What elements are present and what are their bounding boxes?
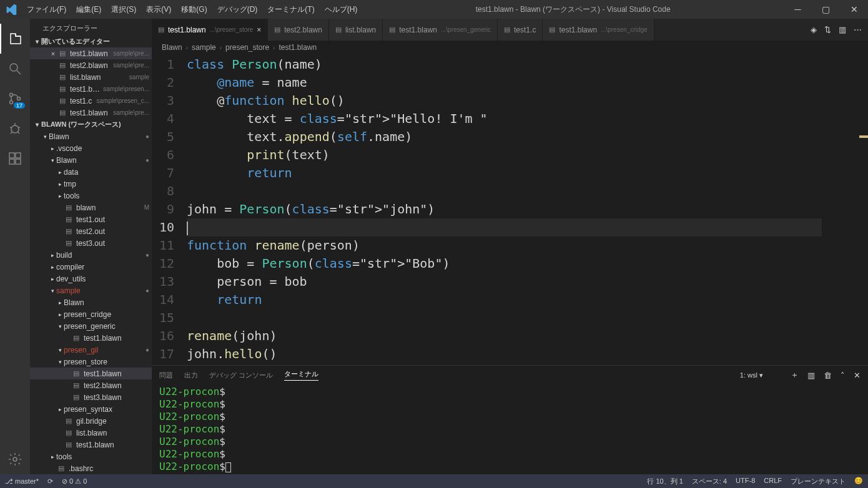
explorer-icon[interactable] <box>0 24 30 54</box>
minimize-button[interactable]: ─ <box>784 0 812 19</box>
code-line[interactable]: print(text) <box>187 146 822 164</box>
split-icon[interactable]: ⇅ <box>824 25 831 34</box>
code-line[interactable] <box>187 309 822 327</box>
extensions-icon[interactable] <box>0 144 30 173</box>
code-line[interactable]: @name = name <box>187 74 822 92</box>
code-line[interactable]: return <box>187 291 822 309</box>
tree-folder[interactable]: ▸presen_syntax <box>30 403 152 415</box>
menu-item[interactable]: 表示(V) <box>141 4 176 15</box>
menu-item[interactable]: ファイル(F) <box>22 4 71 15</box>
editor-tab[interactable]: ▤test2.blawn <box>268 19 329 41</box>
tree-file[interactable]: ▤list.blawn <box>30 427 152 439</box>
breadcrumb-segment[interactable]: sample <box>192 43 216 52</box>
tree-folder[interactable]: ▾Blawn● <box>30 130 152 142</box>
code-line[interactable]: john = Person(class="str">"john") <box>187 200 822 218</box>
minimap[interactable] <box>822 54 859 365</box>
menu-item[interactable]: デバッグ(D) <box>212 4 263 15</box>
code-line[interactable]: john.hello() <box>187 345 822 363</box>
tree-file[interactable]: ▤test1.blawn <box>30 439 152 451</box>
code-line[interactable]: text.append(self.name) <box>187 128 822 146</box>
open-editor-item[interactable]: ▤test1.blawnsample\presen... <box>30 83 152 95</box>
panel-tab[interactable]: デバッグ コンソール <box>209 371 273 380</box>
editor-tab[interactable]: ▤test1.blawn...\presen_store× <box>152 19 268 41</box>
code-line[interactable]: class Person(name) <box>187 56 822 74</box>
breadcrumb-segment[interactable]: presen_store <box>225 43 269 52</box>
tree-file[interactable]: ▤test2.out <box>30 225 152 237</box>
tree-folder[interactable]: ▾presen_gil● <box>30 344 152 356</box>
open-editor-item[interactable]: ▤list.blawnsample <box>30 71 152 83</box>
code-line[interactable]: function rename(person) <box>187 237 822 255</box>
tree-folder[interactable]: ▸.vscode <box>30 142 152 154</box>
tree-folder[interactable]: ▸Blawn <box>30 296 152 308</box>
code-line[interactable]: text = class="str">"Hello! I'm " <box>187 110 822 128</box>
tree-folder[interactable]: ▸tools <box>30 451 152 462</box>
code-line[interactable] <box>187 218 822 237</box>
tree-file[interactable]: ▤test3.out <box>30 237 152 249</box>
close-panel-icon[interactable]: ✕ <box>854 371 861 380</box>
panel-tab[interactable]: 出力 <box>184 371 198 380</box>
tree-file[interactable]: ▤gil.bridge <box>30 415 152 427</box>
layout-icon[interactable]: ▥ <box>839 25 846 34</box>
workspace-header[interactable]: ▾ BLAWN (ワークスペース) <box>30 119 152 130</box>
tree-folder[interactable]: ▾presen_store <box>30 356 152 368</box>
open-editor-item[interactable]: ×▤test1.blawnsample\pre... <box>30 47 152 59</box>
code-line[interactable]: return <box>187 164 822 182</box>
trash-icon[interactable]: 🗑 <box>824 371 832 380</box>
menu-item[interactable]: 編集(E) <box>71 4 106 15</box>
menu-item[interactable]: 移動(G) <box>176 4 212 15</box>
breadcrumb-segment[interactable]: test1.blawn <box>279 43 317 52</box>
code-line[interactable] <box>187 182 822 200</box>
tree-folder[interactable]: ▸compiler <box>30 261 152 273</box>
overview-ruler[interactable] <box>859 54 868 365</box>
debug-icon[interactable] <box>0 114 30 144</box>
scm-icon[interactable]: 17 <box>0 84 30 114</box>
tree-file[interactable]: ▤test2.blawn <box>30 379 152 391</box>
maximize-button[interactable]: ▢ <box>812 0 840 19</box>
editor-tab[interactable]: ▤test1.blawn...\presen_cridge <box>543 19 654 41</box>
open-editor-item[interactable]: ▤test1.blawnsample\pre... <box>30 107 152 119</box>
more-icon[interactable]: ⋯ <box>854 25 862 34</box>
panel-tab[interactable]: ターミナル <box>284 369 318 381</box>
tree-folder[interactable]: ▸presen_cridge <box>30 308 152 320</box>
tree-file[interactable]: ▤blawnM <box>30 202 152 213</box>
status-item[interactable]: スペース: 4 <box>692 477 727 486</box>
tree-folder[interactable]: ▾presen_generic <box>30 320 152 332</box>
tree-folder[interactable]: ▾sample● <box>30 285 152 296</box>
tree-file[interactable]: ▤test1.blawn <box>30 368 152 379</box>
tree-file[interactable]: ▤test1.blawn <box>30 332 152 344</box>
editor-tab[interactable]: ▤test1.c <box>498 19 543 41</box>
status-item[interactable]: ⎇ master* <box>5 477 39 486</box>
open-editors-header[interactable]: ▾ 開いているエディター <box>30 36 152 47</box>
tree-folder[interactable]: ▸tools <box>30 190 152 202</box>
close-icon[interactable]: × <box>257 26 261 34</box>
editor-tab[interactable]: ▤list.blawn <box>329 19 383 41</box>
split-terminal-icon[interactable]: ▥ <box>807 371 815 380</box>
menu-item[interactable]: ターミナル(T) <box>262 4 319 15</box>
tree-folder[interactable]: ▸tmp <box>30 178 152 190</box>
tree-folder[interactable]: ▸data <box>30 166 152 178</box>
terminal[interactable]: U22-procon$U22-procon$U22-procon$U22-pro… <box>152 384 868 474</box>
open-editor-item[interactable]: ▤test2.blawnsample\pre... <box>30 59 152 71</box>
editor-body[interactable]: 1234567891011121314151617 class Person(n… <box>152 54 868 365</box>
breadcrumb-segment[interactable]: Blawn <box>162 43 182 52</box>
editor-tab[interactable]: ▤test1.blawn...\presen_generic <box>383 19 498 41</box>
code-line[interactable]: person = bob <box>187 273 822 291</box>
code-line[interactable]: bob = Person(class="str">"Bob") <box>187 255 822 273</box>
tree-folder[interactable]: ▸build● <box>30 249 152 261</box>
menu-item[interactable]: 選択(S) <box>106 4 141 15</box>
status-item[interactable]: 行 10、列 1 <box>647 477 683 486</box>
open-editor-item[interactable]: ▤test1.csample\presen_c... <box>30 95 152 107</box>
close-icon[interactable]: × <box>49 50 57 57</box>
terminal-selector[interactable]: 1: wsl ▾ <box>740 371 782 379</box>
tree-folder[interactable]: ▸dev_utils <box>30 273 152 285</box>
status-item[interactable]: CRLF <box>764 477 782 486</box>
breadcrumb[interactable]: Blawn›sample›presen_store›test1.blawn <box>152 41 868 54</box>
search-icon[interactable] <box>0 54 30 84</box>
tree-file[interactable]: ▤test3.blawn <box>30 391 152 403</box>
code-content[interactable]: class Person(name) @name = name @functio… <box>187 54 822 365</box>
tree-file[interactable]: ▤.bashrc <box>30 462 152 474</box>
maximize-panel-icon[interactable]: ˄ <box>841 371 845 380</box>
code-line[interactable]: rename(john) <box>187 327 822 345</box>
status-item[interactable]: ⊘ 0 ⚠ 0 <box>62 477 87 486</box>
gear-icon[interactable] <box>0 444 30 474</box>
